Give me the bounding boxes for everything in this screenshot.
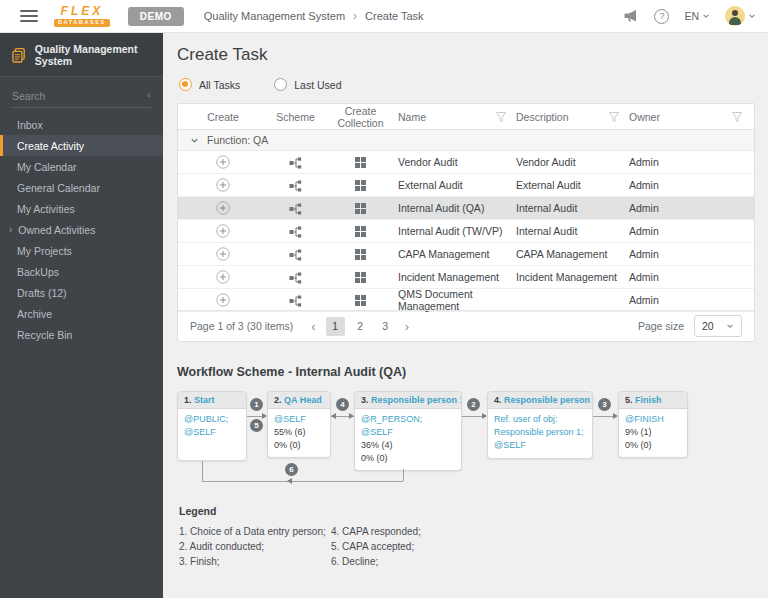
megaphone-icon	[623, 9, 639, 23]
radio-unselected-icon	[274, 78, 287, 91]
step-stat: 0% (0)	[361, 452, 455, 465]
workflow-connector	[593, 416, 615, 417]
group-row-function-qa[interactable]: Function: QA	[178, 130, 754, 151]
create-collection-icon[interactable]	[355, 295, 366, 306]
page-button-3[interactable]: 3	[376, 317, 395, 336]
table-row[interactable]: Incident Management Incident Management …	[178, 266, 754, 289]
create-collection-icon[interactable]	[355, 272, 366, 283]
create-collection-icon[interactable]	[355, 203, 366, 214]
scheme-icon[interactable]	[289, 180, 302, 192]
filter-icon[interactable]	[496, 112, 506, 122]
sidebar-item-label: Recycle Bin	[17, 329, 72, 341]
radio-label: All Tasks	[199, 79, 240, 91]
table-row[interactable]: Internal Audit (TW/VP) Internal Audit Ad…	[178, 220, 754, 243]
create-task-icon[interactable]	[216, 247, 230, 261]
sidebar-module-title[interactable]: Quality Management System	[0, 33, 163, 77]
sidebar-item-label: Inbox	[17, 119, 43, 131]
sidebar-item-label: My Projects	[17, 245, 72, 257]
column-header-owner[interactable]: Owner	[629, 111, 754, 123]
legend-item: 6. Decline;	[331, 554, 421, 569]
sidebar-item-my-activities[interactable]: My Activities	[0, 198, 163, 219]
table-row[interactable]: CAPA Management CAPA Management Admin	[178, 243, 754, 266]
menu-icon[interactable]	[20, 10, 38, 22]
sidebar-item-my-calendar[interactable]: My Calendar	[0, 156, 163, 177]
sidebar-item-drafts[interactable]: Drafts (12)	[0, 282, 163, 303]
page-button-1[interactable]: 1	[326, 317, 345, 336]
task-filter-radios: All Tasks Last Used	[179, 78, 342, 91]
user-menu[interactable]	[725, 6, 756, 26]
sidebar-item-owned-activities[interactable]: › Owned Activities	[0, 219, 163, 240]
legend-item: 4. CAPA responded;	[331, 524, 421, 539]
create-collection-icon[interactable]	[355, 157, 366, 168]
page-size-value: 20	[702, 320, 714, 332]
scheme-icon[interactable]	[289, 203, 302, 215]
table-row[interactable]: QMS Document Management Admin	[178, 289, 754, 312]
chevron-down-icon	[190, 136, 199, 145]
sidebar-item-backups[interactable]: BackUps	[0, 261, 163, 282]
chevron-right-icon[interactable]: ›	[9, 224, 12, 235]
app-logo[interactable]: FLEX DATABASES	[54, 5, 110, 28]
breadcrumb-root[interactable]: Quality Management System	[204, 10, 345, 22]
sidebar-item-my-projects[interactable]: My Projects	[0, 240, 163, 261]
announcements-button[interactable]	[623, 9, 639, 23]
prev-page-icon[interactable]: ‹	[307, 319, 319, 334]
create-collection-icon[interactable]	[355, 226, 366, 237]
create-collection-icon[interactable]	[355, 180, 366, 191]
page-button-2[interactable]: 2	[351, 317, 370, 336]
chevron-down-icon	[748, 12, 756, 20]
create-task-icon[interactable]	[216, 178, 230, 192]
sidebar-item-inbox[interactable]: Inbox	[0, 114, 163, 135]
chevron-down-icon	[726, 322, 734, 330]
scheme-icon[interactable]	[289, 226, 302, 238]
radio-selected-icon	[179, 78, 192, 91]
pagination-summary: Page 1 of 3 (30 items)	[190, 320, 293, 332]
scheme-icon[interactable]	[289, 249, 302, 261]
create-task-icon[interactable]	[216, 224, 230, 238]
column-header-create-collection[interactable]: Create Collection	[323, 105, 398, 129]
column-header-name[interactable]: Name	[398, 111, 516, 123]
create-task-icon[interactable]	[216, 293, 230, 307]
column-header-description[interactable]: Description	[516, 111, 629, 123]
task-owner: Admin	[629, 156, 659, 168]
column-header-scheme[interactable]: Scheme	[268, 111, 323, 123]
column-label: Name	[398, 111, 426, 123]
legend-item: 5. CAPA accepted;	[331, 539, 421, 554]
step-stat: 36% (4)	[361, 439, 455, 452]
create-task-icon[interactable]	[216, 155, 230, 169]
filter-icon[interactable]	[732, 112, 742, 122]
search-input[interactable]	[12, 90, 147, 102]
search-icon[interactable]	[147, 89, 151, 102]
breadcrumb-separator-icon: ›	[353, 9, 357, 23]
radio-last-used[interactable]: Last Used	[274, 78, 341, 91]
table-row[interactable]: External Audit External Audit Admin	[178, 174, 754, 197]
legend-item: 3. Finish;	[179, 554, 331, 569]
sidebar-item-archive[interactable]: Archive	[0, 303, 163, 324]
sidebar-item-create-activity[interactable]: Create Activity	[0, 135, 163, 156]
workflow-connector	[462, 416, 484, 417]
question-icon: ?	[654, 9, 669, 24]
table-row[interactable]: Vendor Audit Vendor Audit Admin	[178, 151, 754, 174]
sidebar-item-label: General Calendar	[17, 182, 100, 194]
create-collection-icon[interactable]	[355, 249, 366, 260]
help-button[interactable]: ?	[654, 9, 669, 24]
scheme-icon[interactable]	[289, 272, 302, 284]
task-description: Incident Management	[516, 271, 617, 283]
task-owner: Admin	[629, 248, 659, 260]
scheme-icon[interactable]	[289, 157, 302, 169]
sidebar-item-recycle-bin[interactable]: Recycle Bin	[0, 324, 163, 345]
workflow-step-responsible-1: 3. Responsible person 1 @R_PERSON; @SELF…	[354, 391, 462, 471]
sidebar-item-general-calendar[interactable]: General Calendar	[0, 177, 163, 198]
language-selector[interactable]: EN	[684, 10, 710, 22]
table-row-selected[interactable]: Internal Audit (QA) Internal Audit Admin	[178, 197, 754, 220]
next-page-icon[interactable]: ›	[401, 319, 413, 334]
arrow-left-icon	[331, 413, 336, 419]
page-size-select[interactable]: 20	[694, 315, 742, 337]
create-task-icon[interactable]	[216, 270, 230, 284]
scheme-icon[interactable]	[289, 295, 302, 307]
filter-icon[interactable]	[609, 112, 619, 122]
sidebar-item-label: Create Activity	[17, 140, 84, 152]
create-task-icon[interactable]	[216, 201, 230, 215]
radio-all-tasks[interactable]: All Tasks	[179, 78, 240, 91]
column-header-create[interactable]: Create	[178, 111, 268, 123]
legend-item: 1. Choice of a Data entry person;	[179, 524, 331, 539]
